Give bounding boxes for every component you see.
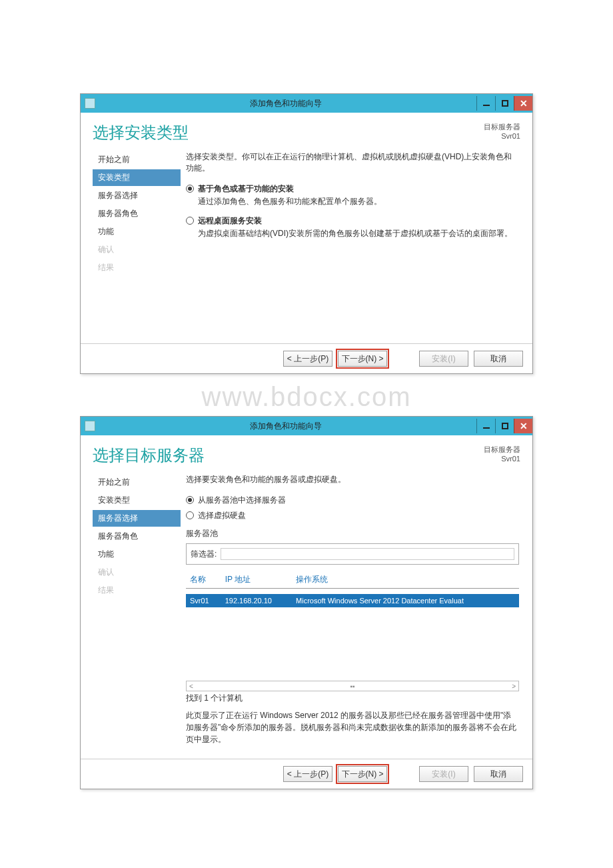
- radio-rds-desc: 为虚拟桌面基础结构(VDI)安装所需的角色服务以创建基于虚拟机或基于会话的桌面部…: [198, 228, 519, 239]
- page-note: 此页显示了正在运行 Windows Server 2012 的服务器以及那些已经…: [186, 709, 519, 745]
- table-row[interactable]: Svr01 192.168.20.10 Microsoft Windows Se…: [186, 594, 519, 607]
- sidebar-item-results: 结果: [93, 259, 181, 276]
- cancel-button[interactable]: 取消: [474, 766, 523, 782]
- cancel-button[interactable]: 取消: [474, 351, 523, 367]
- main-pane: 选择要安装角色和功能的服务器或虚拟硬盘。 从服务器池中选择服务器 选择虚拟硬盘 …: [181, 473, 532, 752]
- found-count: 找到 1 个计算机: [186, 693, 519, 704]
- col-os[interactable]: 操作系统: [292, 571, 519, 589]
- radio-role-based[interactable]: 基于角色或基于功能的安装: [186, 183, 519, 195]
- radio-icon[interactable]: [186, 185, 194, 193]
- wizard-footer: < 上一步(P) 下一步(N) > 安装(I) 取消: [81, 759, 532, 789]
- close-button[interactable]: ✕: [514, 96, 532, 111]
- maximize-button[interactable]: [495, 419, 514, 433]
- server-table: 名称 IP 地址 操作系统 Svr01 192.168.20.10 Micros…: [186, 571, 519, 691]
- sidebar-item-confirm: 确认: [93, 564, 181, 581]
- target-server-block: 目标服务器 Svr01: [484, 445, 520, 464]
- minimize-button[interactable]: [476, 96, 495, 111]
- filter-box: 筛选器:: [186, 543, 519, 565]
- page-description: 选择安装类型。你可以在正在运行的物理计算机、虚拟机或脱机虚拟硬盘(VHD)上安装…: [186, 151, 519, 174]
- wizard-window-install-type: 添加角色和功能向导 ✕ 选择安装类型 目标服务器 Svr01 开始之前 安装类型…: [80, 93, 533, 374]
- radio-label: 从服务器池中选择服务器: [198, 495, 286, 506]
- server-pool-label: 服务器池: [186, 528, 519, 539]
- radio-from-pool[interactable]: 从服务器池中选择服务器: [186, 495, 519, 506]
- radio-label: 选择虚拟硬盘: [198, 510, 246, 521]
- radio-vhd[interactable]: 选择虚拟硬盘: [186, 510, 519, 521]
- close-button[interactable]: ✕: [514, 419, 532, 433]
- install-button: 安装(I): [419, 351, 468, 367]
- wizard-sidebar: 开始之前 安装类型 服务器选择 服务器角色 功能 确认 结果: [81, 473, 181, 752]
- radio-icon[interactable]: [186, 496, 194, 504]
- minimize-button[interactable]: [476, 419, 495, 433]
- window-title: 添加角色和功能向导: [95, 98, 476, 109]
- titlebar[interactable]: 添加角色和功能向导 ✕: [81, 417, 532, 435]
- cell-ip: 192.168.20.10: [221, 594, 292, 607]
- radio-icon[interactable]: [186, 511, 194, 519]
- target-server-block: 目标服务器 Svr01: [484, 122, 520, 141]
- main-pane: 选择安装类型。你可以在正在运行的物理计算机、虚拟机或脱机虚拟硬盘(VHD)上安装…: [181, 150, 532, 337]
- sidebar-item-results: 结果: [93, 582, 181, 599]
- next-button[interactable]: 下一步(N) >: [338, 351, 387, 367]
- scroll-thumb-icon[interactable]: ▪▪: [350, 683, 354, 690]
- target-value: Svr01: [484, 131, 520, 141]
- wizard-sidebar: 开始之前 安装类型 服务器选择 服务器角色 功能 确认 结果: [81, 150, 181, 337]
- prev-button[interactable]: < 上一步(P): [283, 766, 332, 782]
- col-ip[interactable]: IP 地址: [221, 571, 292, 589]
- sidebar-item-server-select[interactable]: 服务器选择: [93, 510, 181, 527]
- app-icon: [85, 421, 95, 431]
- radio-icon[interactable]: [186, 217, 194, 225]
- titlebar[interactable]: 添加角色和功能向导 ✕: [81, 94, 532, 113]
- prev-button[interactable]: < 上一步(P): [283, 351, 332, 367]
- filter-label: 筛选器:: [191, 549, 217, 560]
- scroll-right-icon[interactable]: >: [512, 683, 516, 690]
- sidebar-item-server-select[interactable]: 服务器选择: [93, 187, 181, 204]
- window-title: 添加角色和功能向导: [95, 421, 476, 432]
- sidebar-item-confirm: 确认: [93, 241, 181, 258]
- next-button[interactable]: 下一步(N) >: [338, 766, 387, 782]
- cell-name: Svr01: [186, 594, 221, 607]
- sidebar-item-features[interactable]: 功能: [93, 223, 181, 240]
- radio-label: 远程桌面服务安装: [198, 215, 262, 227]
- target-value: Svr01: [484, 454, 520, 463]
- sidebar-item-features[interactable]: 功能: [93, 546, 181, 563]
- target-label: 目标服务器: [484, 122, 520, 131]
- window-controls: ✕: [476, 96, 532, 111]
- col-name[interactable]: 名称: [186, 571, 221, 589]
- server-list-area[interactable]: [186, 607, 519, 681]
- window-controls: ✕: [476, 419, 532, 433]
- watermark-text: www.bdocx.com: [80, 382, 533, 412]
- sidebar-item-install-type[interactable]: 安装类型: [93, 169, 181, 186]
- radio-rds[interactable]: 远程桌面服务安装: [186, 215, 519, 227]
- target-label: 目标服务器: [484, 445, 520, 454]
- cell-os: Microsoft Windows Server 2012 Datacenter…: [292, 594, 519, 607]
- page-title: 选择安装类型: [93, 122, 189, 143]
- sidebar-item-server-roles[interactable]: 服务器角色: [93, 205, 181, 222]
- wizard-footer: < 上一步(P) 下一步(N) > 安装(I) 取消: [81, 343, 532, 373]
- wizard-window-target-server: 添加角色和功能向导 ✕ 选择目标服务器 目标服务器 Svr01 开始之前 安装类…: [80, 416, 533, 789]
- radio-role-based-desc: 通过添加角色、角色服务和功能来配置单个服务器。: [198, 196, 519, 207]
- horizontal-scrollbar[interactable]: < ▪▪ >: [186, 681, 519, 691]
- install-button: 安装(I): [419, 766, 468, 782]
- app-icon: [85, 98, 95, 109]
- page-title: 选择目标服务器: [93, 445, 205, 466]
- scroll-left-icon[interactable]: <: [189, 683, 193, 690]
- maximize-button[interactable]: [495, 96, 514, 111]
- radio-label: 基于角色或基于功能的安装: [198, 183, 294, 195]
- sidebar-item-before[interactable]: 开始之前: [93, 151, 181, 168]
- filter-input[interactable]: [221, 548, 514, 560]
- sidebar-item-install-type[interactable]: 安装类型: [93, 492, 181, 509]
- page-description: 选择要安装角色和功能的服务器或虚拟硬盘。: [186, 474, 519, 485]
- sidebar-item-server-roles[interactable]: 服务器角色: [93, 528, 181, 545]
- sidebar-item-before[interactable]: 开始之前: [93, 474, 181, 491]
